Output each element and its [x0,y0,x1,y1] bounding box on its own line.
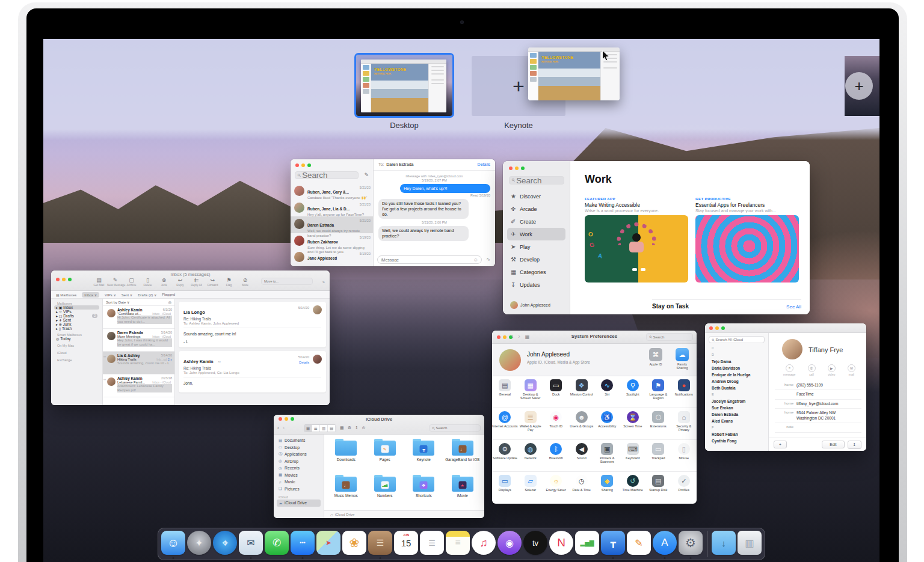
contact-list-item[interactable]: E [709,391,765,398]
favorites-bar-item[interactable]: Sent ∨ [122,293,132,297]
favorites-bar-item[interactable]: Flagged [162,293,175,296]
close-button[interactable] [709,326,713,330]
toolbar-button[interactable]: ▯ Delete [140,277,156,287]
sidebar-item[interactable]: ↧ Updates [507,278,565,291]
contacts-window[interactable]: ⚲ C D Tejo Dama Darla Davidson Enrique d… [705,323,866,451]
message-input[interactable] [381,258,473,262]
contact-list-item[interactable]: Aled Evans [709,418,765,424]
header-pref-item[interactable]: ☁ Family Sharing [671,348,693,370]
filter-icon[interactable]: ◎ [168,300,171,304]
gallery-view-icon[interactable]: ▤ [328,425,336,432]
pref-pane-item[interactable]: ☼ Energy Saver [543,472,569,504]
pref-pane-item[interactable]: ✓ Profiles [671,472,697,504]
minimize-button[interactable] [62,278,66,281]
toolbar-button[interactable]: ⇇ Reply All [188,277,205,287]
finder-sidebar-item[interactable]: ▦ Movies [277,472,321,479]
messages-search-field[interactable]: ⚲ [295,171,359,179]
toolbar-button[interactable]: ▤ Get Mail [91,277,107,287]
mailbox-sidebar-row[interactable]: iCloud [54,351,99,355]
imessage-input-field[interactable]: ☺ [377,255,482,264]
dock-app-icon[interactable]: ☰ [368,531,392,555]
contact-list-item[interactable]: Jocelyn Engstrom [709,398,765,405]
sidebar-item[interactable]: ✐ Create [507,215,565,228]
pref-pane-item[interactable]: ♿ Accessibility [594,408,620,439]
mailbox-sidebar-row[interactable]: ▸ ▢ Drafts 2 [54,314,99,318]
contact-list-item[interactable]: F [709,424,765,431]
mail-list-row[interactable]: ∾ Ashley Kamin 2/23/18 Lebanese Famil...… [103,374,174,397]
contacts-titlebar[interactable] [705,323,866,333]
window-controls[interactable] [56,278,74,281]
finder-sidebar-item[interactable]: ♫ Music [277,478,321,486]
back-button[interactable]: ‹ [511,333,513,340]
conversation-list-item[interactable]: Ruben, Jane, Gary &... 5/21/20 Candace l… [291,183,373,200]
dock-app-icon[interactable]: ☺ [161,531,185,555]
group-icon[interactable]: ▦ [340,426,344,430]
finder-sidebar-item[interactable]: Ⓐ Applications [277,451,321,458]
contacts-search-field[interactable]: ⚲ [709,336,765,343]
minimize-button[interactable] [715,326,719,330]
zoom-button[interactable] [291,417,294,421]
sidebar-item[interactable]: ★ Discover [507,190,565,203]
contact-list-item[interactable]: Andrew Droog [709,378,765,385]
edit-button[interactable]: Edit [822,441,844,448]
contact-list-item[interactable]: Enrique de la Huelga [709,371,765,378]
pref-pane-item[interactable]: ☰ Wallet & Apple Pay [518,408,544,439]
pref-pane-item[interactable]: ▭ Displays [492,472,518,504]
folder-item[interactable]: ✎ Pages [366,438,405,474]
folder-item[interactable]: ▂▅▇ Numbers [366,474,405,510]
dock-app-icon[interactable]: ✆ [265,531,289,555]
add-contact-button[interactable]: + [774,441,787,448]
toolbar-button[interactable]: ⚑ Flag [221,277,237,287]
toolbar-button[interactable]: ▢ Archive [123,277,140,287]
zoom-button[interactable] [721,326,725,330]
sidebar-item[interactable]: ➤ Play [507,240,565,253]
dock-app-icon[interactable]: ┳ [601,531,625,555]
forward-button[interactable]: › [518,333,520,340]
close-button[interactable] [279,417,282,421]
favorites-bar-item[interactable]: Drafts (2) ∨ [138,293,156,297]
dock-app-icon[interactable]: ❀ [342,531,366,555]
close-button[interactable] [497,335,500,339]
contact-list-item[interactable]: Daren Estrada [709,411,765,418]
pref-pane-item[interactable]: ▣ Printers & Scanners [594,440,620,471]
conversation-list-item[interactable]: Ruben Zakharov 5/19/20 Sure thing. Let m… [291,233,373,250]
share-icon[interactable]: ↥ [355,426,359,430]
search-input[interactable] [715,338,762,341]
contact-action-button[interactable]: ❝ message [783,364,795,376]
contact-field-row[interactable]: FaceTime [775,390,861,399]
pref-pane-item[interactable]: ◀ Sound [569,440,595,471]
contact-list-item[interactable]: Beth Duafala [709,385,765,391]
message-card[interactable]: Lia Longo 5/14/20 Re: Hiking Trails To: … [179,302,326,347]
minimize-button[interactable] [503,335,507,339]
mailbox-sidebar-row[interactable]: Exchange [54,358,99,362]
contact-field-row[interactable]: home tiffany_frye@icloud.com [775,400,861,409]
sysprefs-titlebar[interactable]: ‹ › ▦ System Preferences ⚲ [492,331,697,344]
contact-field-row[interactable]: home 9344 Palmer Alley NW Washington DC … [775,409,861,423]
favorites-bar-item[interactable]: Inbox ∨ [82,292,99,298]
close-button[interactable] [295,163,299,167]
folder-item[interactable]: ♩ GarageBand for iOS [443,438,482,474]
dock-app-icon[interactable]: ♫ [472,531,496,555]
pref-pane-item[interactable]: ⌂ Security & Privacy [671,408,697,439]
move-to-input[interactable] [264,279,310,283]
contact-list-item[interactable]: D [709,352,765,358]
pref-pane-item[interactable]: @ Internet Accounts [492,408,518,439]
icon-view-icon[interactable]: ▦ [304,425,312,432]
dock-app-icon[interactable]: ▂▅▇ [575,531,599,555]
mail-window[interactable]: Inbox (5 messages) ▤ Get Mail ✎ New [51,270,330,405]
message-card[interactable]: Ashley Kamin ∾ 5/14/20 Details Re: Hikin… [179,351,326,392]
see-all-link[interactable]: See All [786,304,801,310]
mailbox-sidebar-row[interactable]: ▸ ☆ VIPs [54,310,99,314]
folder-item[interactable]: Downloads [327,438,366,474]
favorites-bar-item[interactable]: ▤ Mailboxes [56,293,76,297]
finder-sidebar-item[interactable]: ◷ Recents [277,465,321,472]
contact-field-row[interactable]: home (202) 555-1109 [775,381,861,390]
space-label-desktop[interactable]: Desktop [356,121,452,130]
finder-sidebar-item[interactable]: ◎ AirDrop [277,458,321,465]
pref-pane-item[interactable]: ◆ Sharing [594,472,620,504]
pref-pane-item[interactable]: ● Notifications [671,376,697,408]
dock-app-icon[interactable]: tv [523,531,547,555]
dock-app-icon[interactable]: ⌖ [213,531,237,555]
pref-pane-item[interactable]: ◍ Network [518,440,544,471]
conversation-list-item[interactable]: Daren Estrada 5/21/20 Well, we could alw… [291,216,373,233]
